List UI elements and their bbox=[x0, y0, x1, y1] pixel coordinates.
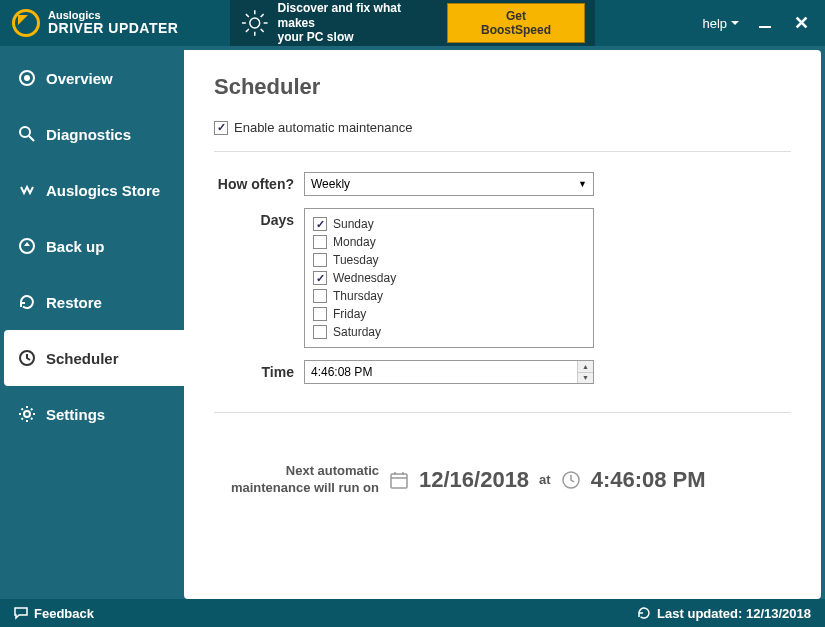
get-boostspeed-button[interactable]: Get BoostSpeed bbox=[447, 3, 585, 43]
enable-maintenance-label: Enable automatic maintenance bbox=[234, 120, 413, 135]
sidebar-item-label: Scheduler bbox=[46, 350, 119, 367]
day-checkbox[interactable] bbox=[313, 235, 327, 249]
product-name: DRIVER UPDATER bbox=[48, 21, 178, 36]
sidebar-item-scheduler[interactable]: Scheduler bbox=[4, 330, 185, 386]
svg-point-10 bbox=[25, 76, 29, 80]
svg-line-8 bbox=[261, 14, 264, 17]
svg-point-15 bbox=[24, 411, 30, 417]
refresh-icon bbox=[637, 606, 651, 620]
divider bbox=[214, 151, 791, 152]
time-spinner[interactable]: ▲ ▼ bbox=[304, 360, 594, 384]
svg-line-6 bbox=[261, 29, 264, 32]
day-label: Tuesday bbox=[333, 253, 379, 267]
sidebar-item-label: Auslogics Store bbox=[46, 182, 160, 199]
sidebar: Overview Diagnostics Auslogics Store Bac… bbox=[4, 50, 184, 599]
target-icon bbox=[18, 69, 36, 87]
day-label: Friday bbox=[333, 307, 366, 321]
how-often-label: How often? bbox=[214, 172, 304, 192]
logo-area: Auslogics DRIVER UPDATER bbox=[0, 0, 230, 46]
sidebar-item-overview[interactable]: Overview bbox=[4, 50, 184, 106]
svg-point-11 bbox=[20, 127, 30, 137]
sidebar-item-store[interactable]: Auslogics Store bbox=[4, 162, 184, 218]
content-panel: Scheduler Enable automatic maintenance H… bbox=[184, 50, 821, 599]
day-checkbox[interactable] bbox=[313, 289, 327, 303]
day-row-friday[interactable]: Friday bbox=[313, 305, 585, 323]
day-checkbox[interactable] bbox=[313, 325, 327, 339]
day-checkbox[interactable] bbox=[313, 307, 327, 321]
at-text: at bbox=[539, 472, 551, 487]
next-run-label: Next automatic maintenance will run on bbox=[214, 463, 379, 497]
svg-line-12 bbox=[29, 136, 34, 141]
svg-line-5 bbox=[246, 14, 249, 17]
restore-icon bbox=[18, 293, 36, 311]
sidebar-item-restore[interactable]: Restore bbox=[4, 274, 184, 330]
time-input[interactable] bbox=[305, 361, 577, 383]
day-row-wednesday[interactable]: Wednesday bbox=[313, 269, 585, 287]
gear-icon bbox=[18, 405, 36, 423]
search-icon bbox=[18, 125, 36, 143]
sidebar-item-label: Settings bbox=[46, 406, 105, 423]
store-icon bbox=[18, 181, 36, 199]
backup-icon bbox=[18, 237, 36, 255]
promo-text: Discover and fix what makes your PC slow bbox=[278, 1, 440, 44]
sidebar-item-backup[interactable]: Back up bbox=[4, 218, 184, 274]
svg-rect-16 bbox=[391, 474, 407, 488]
titlebar: Auslogics DRIVER UPDATER Discover and fi… bbox=[0, 0, 825, 46]
svg-line-7 bbox=[246, 29, 249, 32]
chat-icon bbox=[14, 606, 28, 620]
day-checkbox[interactable] bbox=[313, 253, 327, 267]
feedback-link[interactable]: Feedback bbox=[14, 606, 94, 621]
close-button[interactable]: ✕ bbox=[791, 12, 811, 34]
sun-icon bbox=[240, 8, 270, 38]
clock-icon bbox=[18, 349, 36, 367]
enable-maintenance-checkbox[interactable] bbox=[214, 121, 228, 135]
day-label: Monday bbox=[333, 235, 376, 249]
footer: Feedback Last updated: 12/13/2018 bbox=[0, 599, 825, 627]
clock-icon bbox=[561, 470, 581, 490]
calendar-icon bbox=[389, 470, 409, 490]
app-logo-icon bbox=[12, 9, 40, 37]
day-row-saturday[interactable]: Saturday bbox=[313, 323, 585, 341]
minimize-button[interactable] bbox=[759, 18, 771, 28]
day-label: Saturday bbox=[333, 325, 381, 339]
sidebar-item-label: Diagnostics bbox=[46, 126, 131, 143]
day-row-monday[interactable]: Monday bbox=[313, 233, 585, 251]
day-row-tuesday[interactable]: Tuesday bbox=[313, 251, 585, 269]
last-updated[interactable]: Last updated: 12/13/2018 bbox=[637, 606, 811, 621]
next-run-time: 4:46:08 PM bbox=[591, 467, 706, 493]
promo-bar: Discover and fix what makes your PC slow… bbox=[230, 0, 595, 46]
day-row-thursday[interactable]: Thursday bbox=[313, 287, 585, 305]
next-run-date: 12/16/2018 bbox=[419, 467, 529, 493]
time-label: Time bbox=[214, 360, 304, 380]
time-up-button[interactable]: ▲ bbox=[578, 361, 593, 373]
time-down-button[interactable]: ▼ bbox=[578, 373, 593, 384]
day-label: Thursday bbox=[333, 289, 383, 303]
day-label: Wednesday bbox=[333, 271, 396, 285]
days-label: Days bbox=[214, 208, 304, 228]
page-title: Scheduler bbox=[214, 74, 791, 100]
help-menu[interactable]: help bbox=[702, 16, 739, 31]
sidebar-item-settings[interactable]: Settings bbox=[4, 386, 184, 442]
sidebar-item-label: Restore bbox=[46, 294, 102, 311]
divider bbox=[214, 412, 791, 413]
day-checkbox[interactable] bbox=[313, 217, 327, 231]
svg-point-0 bbox=[250, 18, 260, 28]
sidebar-item-label: Back up bbox=[46, 238, 104, 255]
sidebar-item-label: Overview bbox=[46, 70, 113, 87]
sidebar-item-diagnostics[interactable]: Diagnostics bbox=[4, 106, 184, 162]
how-often-dropdown[interactable]: Weekly bbox=[304, 172, 594, 196]
next-run-row: Next automatic maintenance will run on 1… bbox=[214, 463, 791, 497]
days-box: SundayMondayTuesdayWednesdayThursdayFrid… bbox=[304, 208, 594, 348]
day-row-sunday[interactable]: Sunday bbox=[313, 215, 585, 233]
day-label: Sunday bbox=[333, 217, 374, 231]
day-checkbox[interactable] bbox=[313, 271, 327, 285]
